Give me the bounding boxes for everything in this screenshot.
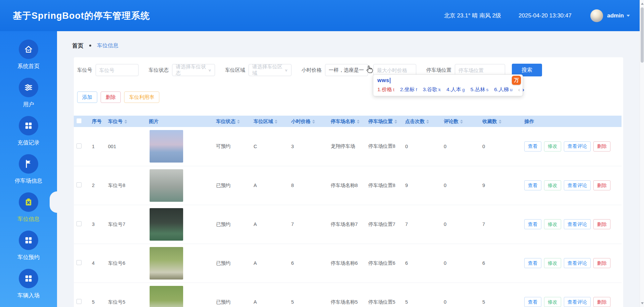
sort-icon[interactable] (357, 120, 360, 124)
view-row-button[interactable]: 查看 (524, 258, 541, 268)
sort-icon[interactable] (499, 120, 501, 124)
comments-row-button[interactable]: 查看评论 (564, 258, 591, 268)
add-button[interactable]: 添加 (77, 91, 97, 103)
chevron-down-icon: ∨ (208, 68, 211, 72)
view-row-button[interactable]: 查看 (524, 219, 541, 229)
status-select-placeholder: 请选择车位状态 (176, 64, 208, 76)
delete-row-button[interactable]: 删除 (593, 141, 610, 151)
sidebar-item-车辆入场[interactable]: 车辆入场 (0, 269, 57, 307)
cell-clicks: 0 (400, 127, 439, 166)
ime-paging: ‹ › (518, 86, 524, 93)
edit-row-button[interactable]: 修改 (544, 180, 561, 190)
row-actions: 查看修改查看评论删除 (524, 297, 622, 307)
ime-candidate-5[interactable]: 5.丛林s (471, 86, 489, 93)
column-header-序号: 序号 (87, 116, 103, 127)
delete-row-button[interactable]: 删除 (593, 258, 610, 268)
sidebar-item-车位预约[interactable]: 车位预约 (0, 231, 57, 269)
username-label[interactable]: admin (607, 12, 624, 19)
column-header-小时价格[interactable]: 小时价格 (286, 116, 326, 127)
sort-icon[interactable] (460, 120, 463, 124)
sidebar-item-车位信息[interactable]: 车位信息 (0, 192, 57, 231)
ime-next-page-icon[interactable]: › (522, 86, 524, 93)
comments-row-button[interactable]: 查看评论 (564, 219, 591, 229)
column-header-停车场位置[interactable]: 停车场位置 (364, 116, 400, 127)
ime-candidate-4[interactable]: 4.人本g (446, 86, 465, 93)
ime-logo-icon[interactable]: 万 (512, 76, 521, 85)
utilization-button[interactable]: 车位利用率 (124, 91, 159, 103)
view-row-button[interactable]: 查看 (524, 297, 541, 307)
data-table: 序号车位号图片车位状态车位区域小时价格停车场名称停车场位置点击次数评论数收藏数操… (74, 116, 622, 307)
edit-row-button[interactable]: 修改 (544, 258, 561, 268)
comments-row-button[interactable]: 查看评论 (564, 297, 591, 307)
view-row-button[interactable]: 查看 (524, 141, 541, 151)
row-checkbox[interactable] (76, 143, 82, 148)
column-header-车位状态[interactable]: 车位状态 (211, 116, 249, 127)
cell-lot-location: 停车场位置8 (364, 127, 400, 166)
cell-lot-name: 停车场名称5 (326, 283, 364, 307)
ime-prev-page-icon[interactable]: ‹ (518, 86, 520, 93)
row-checkbox[interactable] (76, 221, 82, 226)
cell-favorites: 0 (478, 127, 520, 166)
edit-row-button[interactable]: 修改 (544, 297, 561, 307)
table-row: 1 001 可预约 C 3 龙翔停车场 停车场位置8 0 0 0 查看修改查看评… (74, 127, 622, 166)
column-header-点击次数[interactable]: 点击次数 (400, 116, 439, 127)
cell-clicks: 7 (400, 205, 439, 244)
status-select[interactable]: 请选择车位状态 ∨ (172, 64, 215, 76)
user-avatar[interactable] (590, 9, 603, 22)
sort-icon[interactable] (124, 120, 127, 124)
column-header-停车场名称[interactable]: 停车场名称 (326, 116, 364, 127)
sidebar-item-充值记录[interactable]: 充值记录 (0, 116, 57, 154)
ime-candidate-2[interactable]: 2.坐标f (400, 86, 417, 93)
scroll-down-arrow-icon[interactable] (641, 302, 644, 304)
delete-row-button[interactable]: 删除 (593, 297, 610, 307)
column-header-车位号[interactable]: 车位号 (103, 116, 144, 127)
column-header-车位区域[interactable]: 车位区域 (249, 116, 286, 127)
row-actions: 查看修改查看评论删除 (524, 141, 622, 151)
cell-status: 已预约 (211, 283, 249, 307)
ime-candidate-6[interactable]: 6.人梯u (494, 86, 512, 93)
select-all-header (74, 116, 87, 127)
scrollbar-thumb[interactable] (641, 7, 644, 63)
comments-row-button[interactable]: 查看评论 (564, 141, 591, 151)
column-header-收藏数[interactable]: 收藏数 (478, 116, 520, 127)
cell-status: 可预约 (211, 127, 249, 166)
edit-row-button[interactable]: 修改 (544, 219, 561, 229)
sort-icon[interactable] (394, 120, 397, 124)
table-row: 2 车位号8 已预约 A 8 停车场名称8 停车场位置8 9 0 9 查看修改查… (74, 166, 622, 205)
sort-icon[interactable] (237, 120, 240, 124)
comments-row-button[interactable]: 查看评论 (564, 180, 591, 190)
spot-no-input[interactable] (96, 64, 139, 76)
spot-image-garage-dark (150, 208, 183, 241)
cell-comments: 0 (439, 166, 478, 205)
sidebar-item-停车场信息[interactable]: 停车场信息 (0, 154, 57, 192)
cell-comments: 0 (439, 205, 478, 244)
min-price-input[interactable] (325, 64, 368, 76)
delete-row-button[interactable]: 删除 (593, 180, 610, 190)
delete-button[interactable]: 删除 (101, 91, 121, 103)
area-select[interactable]: 请选择车位区域 ∨ (249, 64, 291, 76)
ime-candidate-3[interactable]: 3.谷歌k (423, 86, 441, 93)
sort-icon[interactable] (426, 120, 429, 124)
cell-status: 已预约 (211, 166, 249, 205)
ime-candidate-1[interactable]: 1.价格t (377, 86, 394, 93)
column-header-图片: 图片 (144, 116, 211, 127)
sidebar-item-用户[interactable]: 用户 (0, 78, 57, 116)
row-checkbox[interactable] (76, 299, 82, 304)
column-header-评论数[interactable]: 评论数 (439, 116, 478, 127)
delete-row-button[interactable]: 删除 (593, 219, 610, 229)
sidebar-item-系统首页[interactable]: 系统首页 (0, 40, 57, 78)
view-row-button[interactable]: 查看 (524, 180, 541, 190)
column-header-操作: 操作 (520, 116, 622, 127)
chevron-down-icon[interactable] (627, 15, 630, 17)
edit-row-button[interactable]: 修改 (544, 141, 561, 151)
breadcrumb-home[interactable]: 首页 (72, 42, 84, 50)
sort-icon[interactable] (312, 120, 315, 124)
toolbar: 添加 删除 车位利用率 (74, 91, 623, 103)
cell-index: 1 (87, 127, 103, 166)
sort-icon[interactable] (275, 120, 277, 124)
scroll-up-arrow-icon[interactable] (641, 3, 644, 5)
select-all-checkbox[interactable] (76, 118, 82, 123)
ime-candidates: 1.价格t2.坐标f3.谷歌k4.人本g5.丛林s6.人梯u (377, 86, 518, 93)
row-checkbox[interactable] (76, 260, 82, 265)
row-checkbox[interactable] (76, 182, 82, 187)
